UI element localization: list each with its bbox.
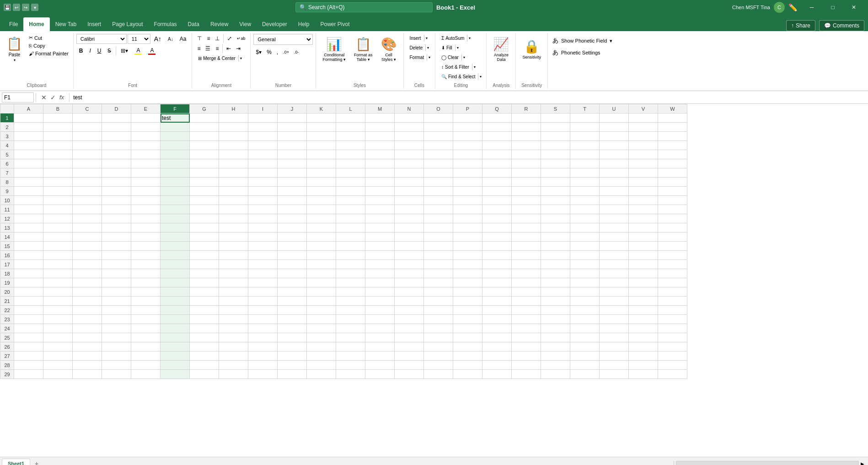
wrap-text-button[interactable]: ↵ab bbox=[235, 34, 247, 43]
cell-H23[interactable] bbox=[219, 315, 248, 324]
cell-G6[interactable] bbox=[190, 159, 219, 168]
cell-Q23[interactable] bbox=[482, 315, 512, 324]
cell-M6[interactable] bbox=[365, 159, 395, 168]
cell-K2[interactable] bbox=[307, 123, 336, 132]
cell-E3[interactable] bbox=[131, 132, 161, 141]
cell-G14[interactable] bbox=[190, 232, 219, 242]
cell-J8[interactable] bbox=[278, 178, 307, 187]
cell-E12[interactable] bbox=[131, 214, 161, 223]
cell-I16[interactable] bbox=[248, 251, 278, 260]
autosum-button[interactable]: Σ AutoSum ▾ bbox=[438, 34, 472, 43]
cell-Q19[interactable] bbox=[482, 278, 512, 287]
cell-P16[interactable] bbox=[453, 251, 482, 260]
cell-S19[interactable] bbox=[541, 278, 570, 287]
cell-L18[interactable] bbox=[336, 269, 365, 278]
cell-S21[interactable] bbox=[541, 297, 570, 306]
cell-V10[interactable] bbox=[629, 196, 658, 205]
cell-O23[interactable] bbox=[424, 315, 453, 324]
cell-R15[interactable] bbox=[512, 242, 541, 251]
cell-R29[interactable] bbox=[512, 370, 541, 379]
cell-P27[interactable] bbox=[453, 351, 482, 361]
cell-D24[interactable] bbox=[102, 324, 131, 333]
cell-B5[interactable] bbox=[43, 150, 73, 159]
cell-C15[interactable] bbox=[73, 242, 102, 251]
cell-A13[interactable] bbox=[14, 223, 43, 232]
col-header-T[interactable]: T bbox=[570, 104, 600, 114]
cell-F21[interactable] bbox=[161, 297, 190, 306]
cell-M24[interactable] bbox=[365, 324, 395, 333]
cell-U15[interactable] bbox=[600, 242, 629, 251]
col-header-C[interactable]: C bbox=[73, 104, 102, 114]
cell-V24[interactable] bbox=[629, 324, 658, 333]
cell-Q22[interactable] bbox=[482, 306, 512, 315]
cell-P8[interactable] bbox=[453, 178, 482, 187]
row-num-17[interactable]: 17 bbox=[0, 260, 14, 269]
cell-D29[interactable] bbox=[102, 370, 131, 379]
cell-K5[interactable] bbox=[307, 150, 336, 159]
cell-H7[interactable] bbox=[219, 168, 248, 178]
cell-S20[interactable] bbox=[541, 287, 570, 297]
cell-S17[interactable] bbox=[541, 260, 570, 269]
cell-J15[interactable] bbox=[278, 242, 307, 251]
cell-R27[interactable] bbox=[512, 351, 541, 361]
cell-N1[interactable] bbox=[395, 114, 424, 123]
cell-I15[interactable] bbox=[248, 242, 278, 251]
cell-I21[interactable] bbox=[248, 297, 278, 306]
cell-F11[interactable] bbox=[161, 205, 190, 214]
cell-E11[interactable] bbox=[131, 205, 161, 214]
cell-A1[interactable] bbox=[14, 114, 43, 123]
col-header-N[interactable]: N bbox=[395, 104, 424, 114]
cell-K23[interactable] bbox=[307, 315, 336, 324]
cell-A15[interactable] bbox=[14, 242, 43, 251]
cell-P5[interactable] bbox=[453, 150, 482, 159]
cell-N18[interactable] bbox=[395, 269, 424, 278]
cell-G11[interactable] bbox=[190, 205, 219, 214]
cell-U7[interactable] bbox=[600, 168, 629, 178]
cell-E4[interactable] bbox=[131, 141, 161, 150]
cell-A9[interactable] bbox=[14, 187, 43, 196]
cell-N13[interactable] bbox=[395, 223, 424, 232]
top-align-button[interactable]: ⊤ bbox=[195, 34, 204, 43]
cell-W20[interactable] bbox=[658, 287, 687, 297]
cell-P22[interactable] bbox=[453, 306, 482, 315]
cell-B16[interactable] bbox=[43, 251, 73, 260]
cell-E26[interactable] bbox=[131, 342, 161, 351]
cell-S1[interactable] bbox=[541, 114, 570, 123]
cell-H1[interactable] bbox=[219, 114, 248, 123]
cell-O24[interactable] bbox=[424, 324, 453, 333]
cell-O26[interactable] bbox=[424, 342, 453, 351]
row-num-11[interactable]: 11 bbox=[0, 205, 14, 214]
cell-A24[interactable] bbox=[14, 324, 43, 333]
cell-A21[interactable] bbox=[14, 297, 43, 306]
cell-S24[interactable] bbox=[541, 324, 570, 333]
cell-Q27[interactable] bbox=[482, 351, 512, 361]
cell-F5[interactable] bbox=[161, 150, 190, 159]
cell-V9[interactable] bbox=[629, 187, 658, 196]
cell-F26[interactable] bbox=[161, 342, 190, 351]
cell-P1[interactable] bbox=[453, 114, 482, 123]
cell-T10[interactable] bbox=[570, 196, 600, 205]
cell-O16[interactable] bbox=[424, 251, 453, 260]
cell-H25[interactable] bbox=[219, 333, 248, 342]
cell-R19[interactable] bbox=[512, 278, 541, 287]
cell-T18[interactable] bbox=[570, 269, 600, 278]
cell-M3[interactable] bbox=[365, 132, 395, 141]
cell-O8[interactable] bbox=[424, 178, 453, 187]
cell-Q7[interactable] bbox=[482, 168, 512, 178]
cell-K4[interactable] bbox=[307, 141, 336, 150]
conditional-formatting-button[interactable]: 📊 ConditionalFormatting ▾ bbox=[319, 34, 349, 64]
cell-C17[interactable] bbox=[73, 260, 102, 269]
cell-P25[interactable] bbox=[453, 333, 482, 342]
cell-M2[interactable] bbox=[365, 123, 395, 132]
cell-I17[interactable] bbox=[248, 260, 278, 269]
cell-I1[interactable] bbox=[248, 114, 278, 123]
cell-M26[interactable] bbox=[365, 342, 395, 351]
cell-Q16[interactable] bbox=[482, 251, 512, 260]
cell-K8[interactable] bbox=[307, 178, 336, 187]
cell-L9[interactable] bbox=[336, 187, 365, 196]
cell-T3[interactable] bbox=[570, 132, 600, 141]
col-header-W[interactable]: W bbox=[658, 104, 687, 114]
font-size-select[interactable]: 11 bbox=[128, 34, 150, 44]
cell-E10[interactable] bbox=[131, 196, 161, 205]
cell-G26[interactable] bbox=[190, 342, 219, 351]
